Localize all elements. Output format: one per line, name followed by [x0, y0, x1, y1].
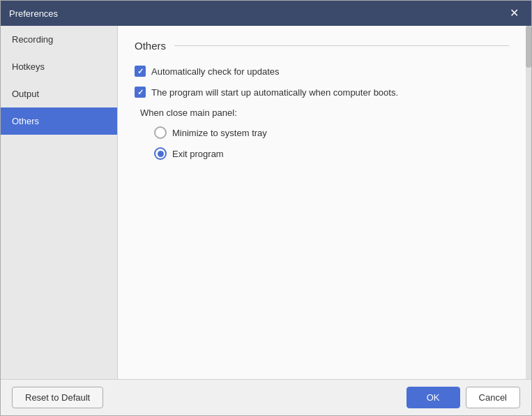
section-divider [174, 45, 509, 46]
close-button[interactable]: ✕ [506, 5, 523, 22]
sidebar-item-recording-label: Recording [12, 34, 53, 45]
sidebar-item-recording[interactable]: Recording [1, 26, 117, 53]
titlebar: Preferences ✕ [1, 1, 531, 26]
reset-to-default-button[interactable]: Reset to Default [12, 387, 103, 408]
sidebar-item-output-label: Output [12, 89, 39, 99]
sidebar: Recording Hotkeys Output Others [1, 26, 118, 379]
auto-start-label: The program will start up automatically … [151, 87, 398, 98]
preferences-window: Preferences ✕ Recording Hotkeys Output O… [0, 0, 532, 416]
scrollbar-thumb[interactable] [526, 26, 531, 68]
radio-exit-program-label: Exit program [172, 149, 224, 159]
radio-minimize-tray[interactable]: Minimize to system tray [154, 126, 509, 139]
close-panel-section: When close main panel: Minimize to syste… [140, 107, 509, 160]
content-area: Recording Hotkeys Output Others Others ✓ [1, 26, 531, 379]
sidebar-item-others[interactable]: Others [1, 107, 117, 135]
radio-selected-indicator [158, 151, 164, 157]
radio-minimize-tray-label: Minimize to system tray [172, 128, 267, 138]
close-panel-label: When close main panel: [140, 107, 509, 118]
radio-button-minimize-tray[interactable] [154, 126, 167, 139]
footer: Reset to Default OK Cancel [1, 379, 531, 415]
auto-check-updates-label: Automatically check for updates [151, 66, 280, 77]
footer-right-buttons: OK Cancel [406, 387, 520, 408]
ok-button[interactable]: OK [406, 387, 460, 408]
sidebar-item-hotkeys[interactable]: Hotkeys [1, 53, 117, 80]
radio-button-exit-program[interactable] [154, 147, 167, 160]
main-panel: Others ✓ Automatically check for updates… [118, 26, 526, 379]
sidebar-item-output[interactable]: Output [1, 80, 117, 107]
checkbox-auto-start[interactable]: ✓ [135, 87, 146, 98]
section-title: Others [135, 40, 166, 52]
scrollbar-track [526, 26, 531, 379]
section-header: Others [135, 40, 509, 52]
radio-exit-program[interactable]: Exit program [154, 147, 509, 160]
cancel-button[interactable]: Cancel [466, 387, 520, 408]
checkbox-auto-check-updates[interactable]: ✓ [135, 66, 146, 77]
sidebar-item-hotkeys-label: Hotkeys [12, 61, 45, 72]
option-auto-check-updates: ✓ Automatically check for updates [135, 66, 509, 77]
option-auto-start: ✓ The program will start up automaticall… [135, 87, 509, 98]
checkmark-icon-2: ✓ [137, 89, 144, 96]
window-title: Preferences [9, 8, 58, 19]
sidebar-item-others-label: Others [12, 116, 39, 126]
checkmark-icon: ✓ [137, 68, 144, 75]
